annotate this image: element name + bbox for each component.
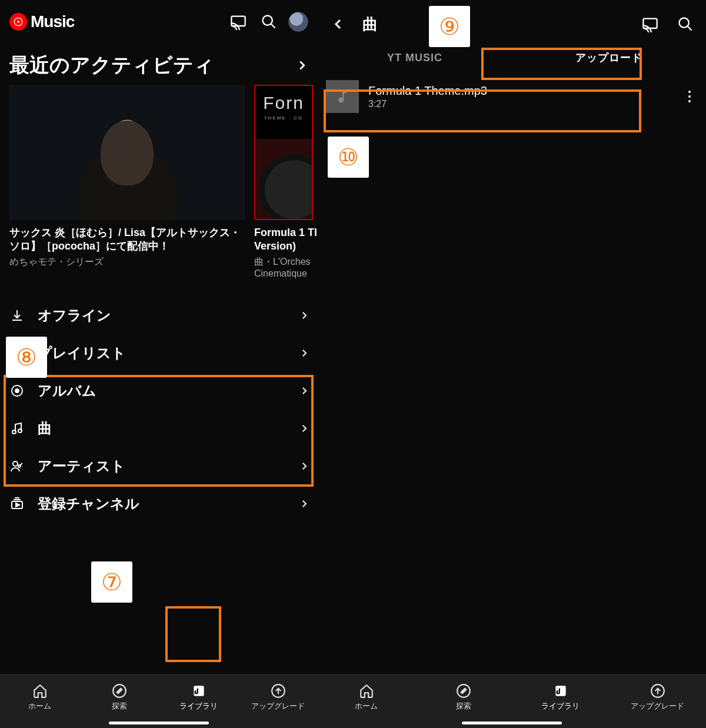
track-more-button[interactable] <box>679 90 700 103</box>
svg-point-24 <box>688 95 691 98</box>
chevron-right-icon <box>299 461 309 471</box>
download-icon <box>8 308 26 323</box>
nav-explore[interactable]: 探索 <box>79 683 159 712</box>
svg-point-21 <box>680 18 689 28</box>
nav-label: ホーム <box>355 701 378 712</box>
track-meta: Formula 1 Theme.mp3 3:27 <box>368 84 670 109</box>
header-left: Music <box>0 0 318 39</box>
chevron-right-icon <box>299 385 309 396</box>
logo-text: Music <box>31 12 74 31</box>
annotation-badge-10: ⑩ <box>328 137 369 178</box>
nav-label: ライブラリ <box>541 701 580 712</box>
music-note-icon <box>8 421 26 436</box>
nav-library[interactable]: ライブラリ <box>512 683 609 712</box>
svg-point-25 <box>688 100 691 102</box>
chevron-right-icon <box>299 498 309 509</box>
annotation-badge-7: ⑦ <box>91 561 132 603</box>
chevron-right-icon <box>299 423 309 434</box>
cast-icon[interactable] <box>227 11 249 33</box>
track-thumbnail <box>326 80 359 113</box>
svg-line-22 <box>688 26 692 31</box>
avatar[interactable] <box>288 12 308 32</box>
tab-yt-music[interactable]: YT MUSIC <box>318 41 512 74</box>
nav-library[interactable]: ライブラリ <box>159 683 238 712</box>
nav-label: アップグレード <box>631 701 684 712</box>
activity-card[interactable]: Forn THEME · CO Formula 1 Tl Version) 曲・… <box>254 85 325 279</box>
card-subtitle: めちゃモテ・シリーズ <box>9 256 245 268</box>
chevron-right-icon <box>299 310 309 321</box>
annotation-badge-8: ⑧ <box>6 337 47 378</box>
card-thumbnail: Forn THEME · CO <box>254 85 313 220</box>
chevron-right-icon <box>299 348 309 358</box>
svg-rect-20 <box>643 19 657 28</box>
svg-line-4 <box>271 24 275 28</box>
menu-label: アーティスト <box>38 457 125 476</box>
cast-icon[interactable] <box>639 13 661 35</box>
header-right: 曲 <box>318 0 706 41</box>
track-title: Formula 1 Theme.mp3 <box>368 84 670 98</box>
menu-playlist[interactable]: プレイリスト <box>0 334 318 372</box>
svg-marker-27 <box>116 689 122 694</box>
subscriptions-icon <box>8 497 26 511</box>
svg-point-11 <box>15 389 19 393</box>
annotation-badge-9: ⑨ <box>429 6 470 47</box>
disc-icon <box>8 384 26 398</box>
app-logo[interactable]: Music <box>9 12 74 31</box>
svg-point-14 <box>13 461 18 466</box>
svg-marker-19 <box>16 503 19 507</box>
bottom-nav-right: ホーム 探索 ライブラリ アップグレード <box>318 674 706 728</box>
nav-label: ホーム <box>28 701 51 712</box>
menu-artist[interactable]: アーティスト <box>0 447 318 485</box>
card-title: Formula 1 Tl Version) <box>254 226 325 254</box>
back-button[interactable] <box>327 13 349 35</box>
chevron-right-icon <box>295 59 308 72</box>
library-screen: Music 最近のアクティビティ サックス 炎［ほむら］/ Lisa【アルトサッ… <box>0 0 318 728</box>
nav-label: ライブラリ <box>179 701 218 712</box>
card-subtitle: 曲・L'Orches Cinematique <box>254 256 325 279</box>
nav-label: 探索 <box>456 701 471 712</box>
tab-bar: YT MUSIC アップロード <box>318 41 706 74</box>
youtube-music-icon <box>9 13 27 31</box>
tab-upload[interactable]: アップロード <box>512 41 706 74</box>
svg-rect-2 <box>231 16 245 26</box>
home-indicator <box>462 722 562 724</box>
search-icon[interactable] <box>674 13 697 35</box>
search-icon[interactable] <box>258 11 280 33</box>
card-title: サックス 炎［ほむら］/ Lisa【アルトサックス・ソロ】［pococha］にて… <box>9 226 245 254</box>
menu-subscriptions[interactable]: 登録チャンネル <box>0 485 318 523</box>
nav-upgrade[interactable]: アップグレード <box>609 683 706 712</box>
artist-icon <box>8 459 26 473</box>
nav-label: 探索 <box>112 701 127 712</box>
svg-point-13 <box>18 429 22 433</box>
svg-point-23 <box>688 91 691 93</box>
menu-label: 曲 <box>38 419 52 438</box>
track-row[interactable]: Formula 1 Theme.mp3 3:27 <box>318 74 706 119</box>
home-indicator <box>109 722 209 724</box>
menu-label: 登録チャンネル <box>38 494 139 513</box>
svg-marker-32 <box>461 689 466 694</box>
library-menu: オフライン プレイリスト アルバム 曲 アーティスト 登録チャンネル <box>0 297 318 523</box>
menu-label: アルバム <box>38 381 96 400</box>
section-title: 最近のアクティビティ <box>9 52 214 79</box>
page-title: 曲 <box>362 14 378 35</box>
recent-activity-header[interactable]: 最近のアクティビティ <box>0 39 318 85</box>
menu-label: プレイリスト <box>38 344 126 363</box>
menu-offline[interactable]: オフライン <box>0 297 318 334</box>
nav-upgrade[interactable]: アップグレード <box>238 683 318 712</box>
bottom-nav-left: ホーム 探索 ライブラリ アップグレード <box>0 674 318 728</box>
menu-song[interactable]: 曲 <box>0 410 318 447</box>
nav-label: アップグレード <box>251 701 305 712</box>
track-duration: 3:27 <box>368 99 670 109</box>
svg-point-3 <box>263 16 272 25</box>
menu-album[interactable]: アルバム <box>0 372 318 410</box>
svg-point-15 <box>18 465 21 467</box>
svg-point-12 <box>12 430 16 434</box>
nav-home[interactable]: ホーム <box>0 683 79 712</box>
menu-label: オフライン <box>38 306 111 325</box>
nav-home[interactable]: ホーム <box>318 683 415 712</box>
nav-explore[interactable]: 探索 <box>415 683 512 712</box>
activity-card[interactable]: サックス 炎［ほむら］/ Lisa【アルトサックス・ソロ】［pococha］にて… <box>9 85 245 279</box>
recent-activity-cards: サックス 炎［ほむら］/ Lisa【アルトサックス・ソロ】［pococha］にて… <box>0 85 318 279</box>
card-thumbnail <box>9 85 245 220</box>
songs-screen: 曲 YT MUSIC アップロード Formula 1 Theme.mp3 3:… <box>318 0 706 728</box>
